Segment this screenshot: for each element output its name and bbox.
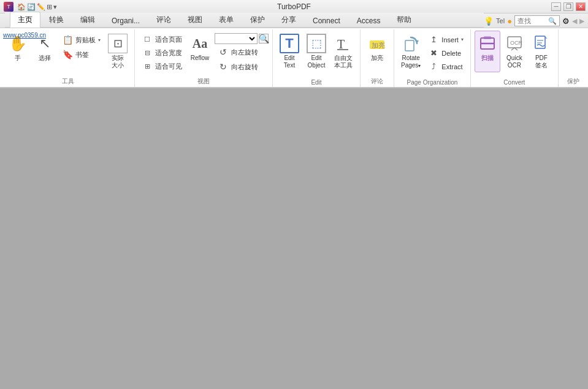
group-protect: 保护 [559,29,588,87]
edit-object-icon: ⬚ [307,34,326,53]
rotate-pages-label: RotatePages▾ [401,55,421,69]
actual-size-label: 实际大小 [112,55,124,69]
reflow-button[interactable]: Aa Reflow [186,31,213,72]
fit-width-button[interactable]: ⊟ 适合宽度 [139,47,185,59]
select-button[interactable]: ↖ 选择 [32,31,58,72]
search-input[interactable] [517,17,548,25]
light-icon[interactable]: 💡 [484,17,494,26]
clipboard-label: 剪贴板 [75,36,96,45]
delete-icon: ✖ [428,48,439,58]
minimize-button[interactable]: ─ [551,2,561,11]
quick-ocr-button[interactable]: OCR QuickOCR [502,31,527,72]
search-icon[interactable]: 🔍 [548,17,557,25]
tab-view[interactable]: 视图 [180,12,210,27]
tab-convert[interactable]: 转换 [41,12,72,27]
tab-connect[interactable]: Connect [305,13,348,27]
close-button[interactable]: ✕ [576,2,586,11]
insert-dropdown-arrow: ▾ [461,37,464,42]
delete-label: Delete [441,50,461,57]
svg-marker-4 [415,40,419,43]
maximize-button[interactable]: ❒ [563,2,573,11]
clipboard-button[interactable]: 📋 剪贴板 ▾ [59,33,104,47]
pdf-sign-icon [532,34,551,53]
rotate-right-button[interactable]: ↻ 向右旋转 [215,60,269,74]
tab-protect[interactable]: 保护 [242,12,273,27]
tab-access[interactable]: Access [349,13,389,27]
hand-icon: ✋ [8,34,28,53]
group-page-org: RotatePages▾ ↥ Insert ▾ ✖ Delete ⤴ Extra… [394,29,471,87]
fit-page-icon: ☐ [142,36,153,43]
bookmark-button[interactable]: 🔖 书签 [59,48,104,61]
zoom-in-button[interactable]: 🔍 [259,34,269,43]
actual-size-button[interactable]: ⊡ 实际大小 [105,31,131,72]
pdf-sign-label: PDF签名 [535,55,548,69]
scan-label: 扫描 [481,55,494,62]
svg-rect-11 [535,36,545,48]
scan-icon [478,34,497,53]
tools-group-label: 工具 [5,76,131,87]
zoom-select[interactable] [215,33,258,44]
extract-button[interactable]: ⤴ Extract [425,60,467,73]
tab-organize[interactable]: Organi... [104,13,148,27]
tab-form[interactable]: 表单 [211,12,242,27]
nav-back-button[interactable]: ◀ [572,17,577,25]
tab-comment[interactable]: 评论 [148,12,179,27]
insert-label: Insert [441,36,459,43]
scan-button[interactable]: 扫描 [475,31,500,72]
edit-text-icon: T [280,34,299,53]
nav-forward-button[interactable]: ▶ [579,17,584,25]
edit-text-button[interactable]: T EditText [277,31,302,72]
group-comment: 加亮 加亮 评论 [361,29,394,87]
rotate-pages-button[interactable]: RotatePages▾ [398,31,424,72]
fit-page-button[interactable]: ☐ 适合页面 [139,33,185,46]
tab-help[interactable]: 帮助 [389,12,419,27]
tab-home[interactable]: 主页 [10,12,40,28]
hand-button[interactable]: ✋ 手 [5,31,31,72]
group-tools: ✋ 手 ↖ 选择 📋 剪贴板 ▾ 🔖 书签 [1,29,135,87]
tab-share[interactable]: 分享 [273,12,304,27]
gear-icon[interactable]: ⚙ [562,17,570,26]
reflow-icon: Aa [190,34,210,53]
clipboard-icon: 📋 [62,35,73,45]
group-view: ☐ 适合页面 ⊟ 适合宽度 ⊞ 适合可见 Aa Reflow [135,29,273,87]
insert-button[interactable]: ↥ Insert ▾ [425,33,467,46]
convert-group-label: Convert [475,78,554,87]
edit-object-button[interactable]: ⬚ EditObject [304,31,329,72]
organi-tab-icon: ⊞ [47,3,52,11]
fit-width-icon: ⊟ [142,49,153,57]
actual-size-icon: ⊡ [108,34,128,53]
rotate-left-button[interactable]: ↺ 向左旋转 [215,45,269,59]
fit-visible-button[interactable]: ⊞ 适合可见 [139,60,185,73]
pdf-sign-button[interactable]: PDF签名 [529,31,554,72]
ribbon-content: ✋ 手 ↖ 选择 📋 剪贴板 ▾ 🔖 书签 [0,28,588,88]
svg-rect-5 [405,40,414,51]
delete-button[interactable]: ✖ Delete [425,47,467,59]
free-text-icon: T [334,34,353,53]
rotate-right-icon: ↻ [218,62,229,72]
protect-group-label: 保护 [562,76,584,87]
fit-visible-label: 适合可见 [155,62,182,71]
tab-edit[interactable]: 编辑 [72,12,103,27]
enhance-icon: 加亮 [367,34,387,53]
fit-width-label: 适合宽度 [155,48,182,58]
hand-label: 手 [15,55,21,62]
svg-text:OCR: OCR [510,40,523,46]
page-org-group-label: Page Organization [398,78,467,87]
svg-text:T: T [337,37,345,51]
select-label: 选择 [39,55,51,62]
rotate-left-label: 向左旋转 [231,48,258,57]
tel-label: Tel [496,17,505,25]
enhance-label: 加亮 [371,55,383,62]
group-edit: T EditText ⬚ EditObject T 自由文本工具 Edit [273,29,361,87]
bookmark-label: 书签 [75,50,89,59]
quick-access-more[interactable]: ▾ [53,3,57,11]
comment-group-label: 评论 [364,76,390,87]
free-text-button[interactable]: T 自由文本工具 [330,31,356,72]
extract-icon: ⤴ [428,62,439,71]
search-box[interactable]: 🔍 [514,15,560,26]
enhance-button[interactable]: 加亮 加亮 [364,31,390,72]
fit-page-label: 适合页面 [155,35,182,44]
select-icon: ↖ [35,34,55,53]
app-title: TurboPDF [277,2,311,11]
edit-object-label: EditObject [308,55,326,69]
